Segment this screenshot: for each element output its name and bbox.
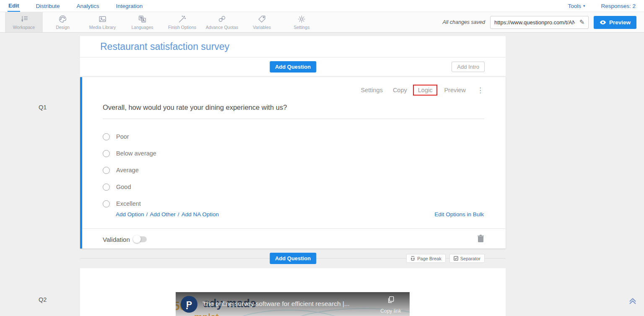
save-status: All changes saved <box>443 19 485 25</box>
channel-avatar[interactable]: P <box>181 296 197 313</box>
survey-canvas: Restaurant satisfaction survey Add Quest… <box>80 33 506 316</box>
kebab-menu-icon[interactable]: ⋮ <box>477 86 484 95</box>
preview-button-label: Preview <box>609 19 631 26</box>
toolbar-item-label: Design <box>56 25 70 30</box>
settings-gear-icon <box>297 15 306 23</box>
toolbar-item-label: Variables <box>253 25 271 30</box>
toolbar-item-label: Advance Quotas <box>206 25 239 30</box>
separator-checkbox-icon <box>454 256 458 261</box>
survey-url-box: ✎ <box>490 16 589 29</box>
question-settings-action[interactable]: Settings <box>361 87 382 93</box>
toolbar-item-variables[interactable]: Variables <box>242 12 282 32</box>
add-question-button[interactable]: Add Question <box>270 61 316 73</box>
radio-button-icon[interactable] <box>103 150 110 157</box>
radio-button-icon[interactable] <box>103 184 110 191</box>
nav-tab-integration[interactable]: Integration <box>115 0 144 12</box>
toolbar-items: Workspace Design Media Library <box>0 12 322 32</box>
video-title[interactable]: The online survey software for efficient… <box>203 300 376 308</box>
tools-label: Tools <box>568 3 581 9</box>
video-copy-link[interactable]: Copy link <box>376 295 405 314</box>
question-actions: Settings Copy Logic Preview ⋮ <box>351 85 484 96</box>
survey-title[interactable]: Restaurant satisfaction survey <box>100 41 486 52</box>
toolbar-item-workspace[interactable]: Workspace <box>5 12 43 32</box>
option-row[interactable]: Good <box>103 179 156 195</box>
option-label: Poor <box>116 133 129 140</box>
nav-tab-edit[interactable]: Edit <box>8 0 20 12</box>
option-row[interactable]: Excellent <box>103 195 156 212</box>
page-break-label: Page Break <box>417 256 441 261</box>
card-divider <box>82 228 506 229</box>
edit-options-bulk-link[interactable]: Edit Options in Bulk <box>434 211 484 218</box>
toolbar-item-advance-quotas[interactable]: Advance Quotas <box>202 12 242 32</box>
option-row[interactable]: Poor <box>103 128 156 145</box>
toolbar-item-design[interactable]: Design <box>43 12 83 32</box>
edit-url-pencil-icon[interactable]: ✎ <box>576 18 588 26</box>
nav-tab-distribute[interactable]: Distribute <box>35 0 61 12</box>
add-option-link[interactable]: Add Option <box>116 211 144 218</box>
validation-toggle[interactable] <box>134 236 147 242</box>
workspace-icon <box>20 15 29 23</box>
page-break-button[interactable]: Page Break <box>406 254 445 263</box>
toolbar-item-languages[interactable]: Languages <box>122 12 162 32</box>
preview-button[interactable]: Preview <box>594 16 636 29</box>
add-intro-button[interactable]: Add Intro <box>452 62 485 72</box>
nav-left: Edit Distribute Analytics Integration <box>8 0 158 12</box>
top-navbar: Edit Distribute Analytics Integration To… <box>0 0 644 12</box>
media-library-icon <box>98 15 107 23</box>
question1-text[interactable]: Overall, how would you rate your dining … <box>103 104 484 119</box>
radio-button-icon[interactable] <box>103 167 110 174</box>
radio-button-icon[interactable] <box>103 133 110 140</box>
question1-options: Poor Below average Average Good Excellen… <box>103 128 156 212</box>
page-break-icon <box>410 256 415 261</box>
question-preview-action[interactable]: Preview <box>444 87 466 93</box>
between-questions-band: Add Question Page Break Separator <box>80 249 506 268</box>
radio-button-icon[interactable] <box>103 200 110 207</box>
option-label: Excellent <box>116 200 141 207</box>
nav-right: Tools ▾ Responses: 2 <box>553 0 636 12</box>
responses-link[interactable]: Responses: 2 <box>600 0 636 12</box>
collapse-top-icon[interactable] <box>628 296 637 307</box>
variables-tag-icon <box>257 15 266 23</box>
toolbar-item-settings[interactable]: Settings <box>282 12 322 32</box>
option-label: Average <box>116 167 139 174</box>
toolbar-item-label: Finish Options <box>168 25 196 30</box>
option-row[interactable]: Below average <box>103 145 156 162</box>
add-other-link[interactable]: Add Other <box>150 211 176 218</box>
option-label: Below average <box>116 150 156 157</box>
option-label: Good <box>116 184 131 190</box>
toggle-knob <box>133 235 141 243</box>
separator-label: Separator <box>460 256 480 261</box>
toolbar-item-label: Workspace <box>13 25 35 30</box>
survey-url-input[interactable] <box>491 19 576 26</box>
toolbar-item-label: Languages <box>132 25 153 30</box>
validation-label: Validation <box>103 236 130 243</box>
option-links: Add Option / Add Other / Add NA Option <box>116 211 484 218</box>
validation-row: Validation <box>103 234 484 244</box>
option-row[interactable]: Average <box>103 162 156 179</box>
design-palette-icon <box>58 15 67 23</box>
separator-button[interactable]: Separator <box>449 254 485 263</box>
question2-number: Q2 <box>39 296 47 303</box>
delete-question-trash-icon[interactable] <box>478 235 484 244</box>
finish-options-wand-icon <box>178 15 187 23</box>
add-na-option-link[interactable]: Add NA Option <box>182 211 219 218</box>
insert-controls: Page Break Separator <box>406 254 485 263</box>
add-question-row-top: Add Question Add Intro <box>80 57 506 76</box>
editor-toolbar: Workspace Design Media Library <box>0 12 644 33</box>
youtube-video-embed[interactable]: 50 ady-made mplat P The online survey so… <box>176 292 410 316</box>
toolbar-item-label: Settings <box>294 25 310 30</box>
chevron-down-icon: ▾ <box>583 4 585 8</box>
nav-tab-analytics[interactable]: Analytics <box>76 0 100 12</box>
link-separator: / <box>178 211 179 218</box>
eye-icon <box>600 20 606 25</box>
toolbar-item-media-library[interactable]: Media Library <box>83 12 122 32</box>
toolbar-item-finish-options[interactable]: Finish Options <box>162 12 202 32</box>
question-logic-action[interactable]: Logic <box>413 85 438 96</box>
languages-icon <box>138 15 147 23</box>
survey-title-section: Restaurant satisfaction survey <box>80 36 506 57</box>
toolbar-right: All changes saved ✎ Preview <box>443 12 644 32</box>
question-copy-action[interactable]: Copy <box>393 87 407 93</box>
add-question-button[interactable]: Add Question <box>270 253 316 264</box>
link-separator: / <box>146 211 148 218</box>
tools-menu[interactable]: Tools ▾ <box>567 0 586 12</box>
